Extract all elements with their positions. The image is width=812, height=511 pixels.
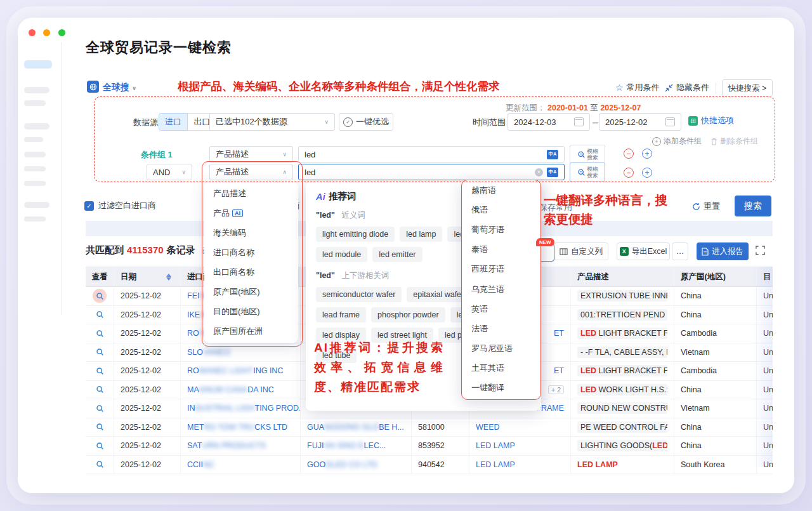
scope-selector[interactable]: 全球搜 ∨ [103, 82, 136, 93]
add-condition-button[interactable]: + [642, 168, 652, 178]
exporter-link[interactable]: FUJIAN SINO ELEC... [301, 437, 412, 455]
add-condition-button[interactable]: + [642, 149, 652, 159]
suggestion-chip[interactable]: led emitter [372, 247, 422, 262]
language-item[interactable]: 乌克兰语 [462, 279, 540, 299]
customize-columns-button[interactable]: 自定义列 [554, 242, 608, 260]
quick-search-button[interactable]: 快捷搜索 > [722, 79, 773, 97]
view-magnifier-icon[interactable] [93, 401, 107, 415]
importer-link[interactable]: METRO TOW TRUCKS LTD [181, 418, 301, 437]
dropdown-item[interactable]: 进口商名称 [204, 242, 298, 262]
add-condition-group-button[interactable]: + 添加条件组 [652, 136, 702, 147]
one-click-optimal-button[interactable]: ✓ 一键优选 [339, 113, 393, 131]
suggestion-chip[interactable]: phosphor powder [371, 307, 445, 322]
close-window-button[interactable] [29, 29, 36, 36]
view-magnifier-icon[interactable] [93, 289, 107, 303]
view-magnifier-icon[interactable] [93, 364, 107, 378]
suggestion-chip[interactable]: led street light [371, 328, 433, 343]
reset-button[interactable]: 重置 [692, 201, 720, 212]
hide-conditions-button[interactable]: 隐藏条件 [665, 82, 709, 93]
export-excel-button[interactable]: X 导出Excel [617, 242, 670, 260]
exporter-link[interactable]: GOODLED CO LTD [301, 456, 412, 474]
fuzzy-search-button-1[interactable]: 模糊搜索 [570, 145, 605, 164]
date-to-input[interactable]: 2025-12-02 [599, 113, 681, 131]
update-to-word: 至 [590, 103, 598, 112]
enter-report-button[interactable]: 进入报告 [697, 242, 749, 260]
more-count-badge[interactable]: + 2 [548, 385, 564, 394]
dropdown-item[interactable]: 产品 AI [204, 203, 298, 223]
field-select-2[interactable]: 产品描述 ∧ [209, 164, 293, 180]
view-magnifier-icon[interactable] [93, 420, 107, 434]
date-to-value: 2025-12-02 [605, 117, 665, 127]
product-link[interactable]: LED LAMP [476, 460, 515, 469]
view-magnifier-icon[interactable] [93, 326, 107, 340]
view-magnifier-icon[interactable] [93, 345, 107, 359]
suggestion-chip[interactable]: light emitting diode [316, 227, 395, 242]
language-item[interactable]: 法语 [462, 319, 540, 338]
filter-blank-importer-checkbox[interactable]: ✓ 过滤空白进口商 [84, 200, 156, 211]
dropdown-item[interactable]: 海关编码 [204, 223, 298, 242]
dropdown-item[interactable]: 目的国(地区) [204, 302, 298, 321]
delete-condition-group-button[interactable]: 删除条件组 [710, 136, 758, 147]
dropdown-item[interactable]: 产品描述 [204, 183, 298, 203]
suggestion-chip[interactable]: led display [316, 328, 366, 343]
importer-link[interactable]: MAGNUM CANADA INC [181, 381, 301, 399]
refresh-icon [692, 202, 700, 211]
field-select-1[interactable]: 产品描述 ∨ [209, 146, 293, 163]
importer-link[interactable]: SLOVANEO [181, 343, 301, 362]
datasource-select[interactable]: 已选中102个数据源 ∨ [209, 113, 335, 131]
language-item[interactable]: 葡萄牙语 [462, 220, 540, 239]
importer-link[interactable]: CCIINC [181, 456, 301, 474]
suggestion-chip[interactable]: led module [316, 247, 367, 262]
translate-icon[interactable]: 中A [547, 168, 558, 177]
keyword-input-1[interactable]: led 中A [298, 146, 565, 163]
update-range: 更新范围： 2020-01-01 至 2025-12-07 [506, 103, 641, 114]
language-item[interactable]: 土耳其语 [462, 359, 540, 378]
import-toggle[interactable]: 进口 [159, 113, 188, 131]
language-item[interactable]: 罗马尼亚语 [462, 339, 540, 359]
language-item[interactable]: 俄语 [462, 200, 540, 220]
sort-icons[interactable] [166, 274, 171, 281]
translate-icon[interactable]: 中A [547, 150, 558, 159]
view-magnifier-icon[interactable] [93, 439, 107, 453]
language-item[interactable]: 泰语 [462, 240, 540, 260]
minimize-window-button[interactable] [43, 29, 50, 36]
remove-condition-button[interactable]: − [624, 168, 634, 178]
text-fragment: FUJI [307, 441, 324, 450]
language-item[interactable]: 英语 [462, 299, 540, 319]
view-magnifier-icon[interactable] [93, 458, 107, 472]
search-button[interactable]: 搜索 [735, 196, 771, 216]
language-item[interactable]: 越南语 [462, 180, 540, 200]
view-magnifier-icon[interactable] [93, 383, 107, 397]
importer-link[interactable]: SATURN PRODUCTS [181, 437, 301, 455]
collapse-icon [665, 84, 673, 92]
dropdown-item[interactable]: 原产国(地区) [204, 282, 298, 302]
clear-input-icon[interactable]: × [535, 168, 543, 176]
importer-link[interactable]: INDUSTRIAL LIGHTING PROD... [181, 399, 301, 418]
language-item[interactable]: 一键翻译 [462, 378, 540, 398]
save-common-button[interactable]: 保存常用 [539, 202, 572, 213]
product-link[interactable]: LED LAMP [476, 441, 515, 450]
dropdown-item[interactable]: 原产国所在洲 [204, 321, 298, 341]
date-from-input[interactable]: 2024-12-03 [508, 113, 590, 131]
remove-condition-button[interactable]: − [624, 149, 634, 159]
favorite-conditions-button[interactable]: ☆ 常用条件 [615, 82, 660, 93]
logic-operator-select[interactable]: AND ∨ [147, 164, 192, 180]
exporter-link[interactable]: GUANGDONG GLOBE H... [301, 418, 412, 437]
suggestion-chip[interactable]: led lamp [400, 227, 442, 242]
suggestion-chip[interactable]: lead frame [316, 307, 366, 322]
product-fragment: ET [554, 329, 564, 338]
suggestion-chip[interactable]: semiconductor wafer [316, 287, 402, 302]
keyword-input-2[interactable]: led × 中A [298, 164, 565, 180]
quick-options-button[interactable]: ⊞ 快捷选项 [688, 115, 734, 126]
fullscreen-button[interactable] [756, 246, 765, 258]
fuzzy-search-button-2[interactable]: 模糊搜索 [570, 163, 605, 182]
view-magnifier-icon[interactable] [93, 308, 107, 322]
maximize-window-button[interactable] [58, 29, 65, 36]
importer-link[interactable]: ROMANEC LIGHTING INC [181, 362, 301, 380]
header-date[interactable]: 日期 [114, 267, 181, 286]
dropdown-item[interactable]: 出口商名称 [204, 262, 298, 282]
suggestion-chip[interactable]: led tube [316, 348, 357, 363]
more-actions-button[interactable]: … [672, 242, 688, 260]
product-link[interactable]: WEED [476, 423, 500, 432]
language-item[interactable]: 西班牙语 [462, 260, 540, 279]
